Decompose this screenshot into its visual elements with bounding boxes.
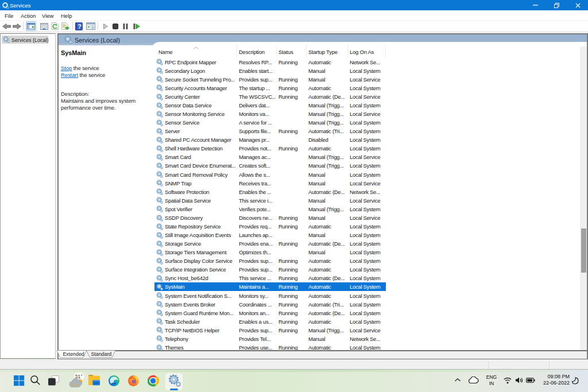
- svg-text:Standard: Standard: [91, 351, 112, 357]
- svg-text:Extended: Extended: [63, 351, 84, 357]
- svg-text:?: ?: [78, 23, 81, 30]
